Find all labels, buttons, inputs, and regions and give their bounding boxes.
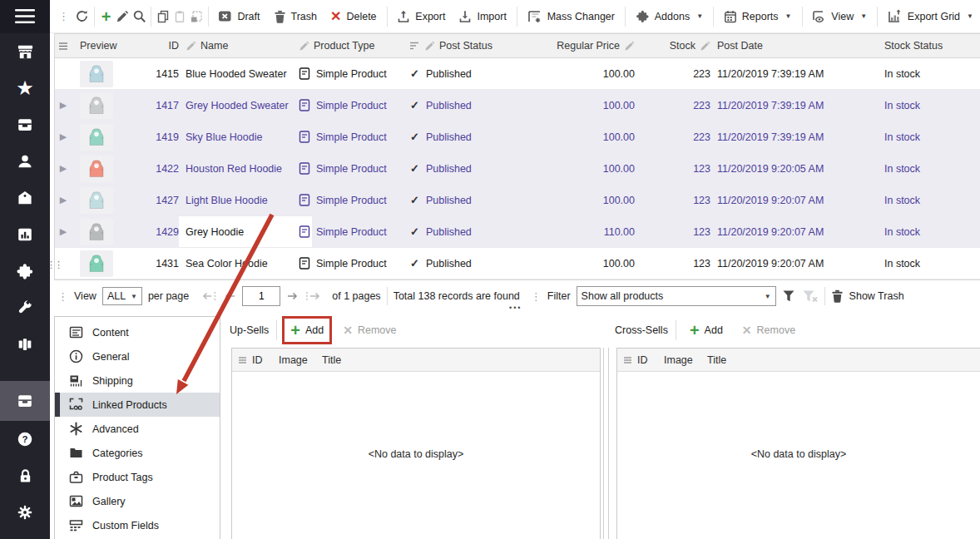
sidebar-item-reports[interactable] xyxy=(0,216,50,253)
product-name[interactable]: Grey Hooded Sweater xyxy=(179,90,292,121)
stock-qty[interactable]: 123 xyxy=(643,248,712,279)
product-row[interactable]: ▶ 1419 Sky Blue Hoodie Simple Product ✓P… xyxy=(55,121,980,153)
stock-qty[interactable]: 123 xyxy=(643,216,712,247)
tab-general[interactable]: General xyxy=(55,344,220,368)
sidebar-item-tools[interactable] xyxy=(0,289,50,326)
regular-price[interactable]: 100.00 xyxy=(517,90,643,121)
column-header-preview[interactable]: Preview xyxy=(72,34,151,57)
stock-qty[interactable]: 223 xyxy=(643,90,712,121)
column-header-stock[interactable]: Stock xyxy=(643,34,712,57)
trash-button[interactable]: Trash xyxy=(267,5,324,28)
row-expander-icon[interactable]: ▶ xyxy=(60,226,67,237)
addons-button[interactable]: Addons▼ xyxy=(629,5,710,28)
upsells-add-button[interactable]: +Add xyxy=(285,319,329,342)
product-row[interactable]: ▶ 1427 Light Blue Hoodie Simple Product … xyxy=(55,185,980,216)
tab-product-tags[interactable]: Product Tags xyxy=(55,465,220,489)
reports-button[interactable]: Reports▼ xyxy=(717,5,799,28)
product-row[interactable]: ▶ 1431 Sea Color Hoodie Simple Product ✓… xyxy=(55,248,980,279)
product-name[interactable]: Sea Color Hoodie xyxy=(179,248,292,279)
refresh-button[interactable] xyxy=(74,6,91,27)
export-grid-button[interactable]: Export Grid▼ xyxy=(881,5,980,28)
regular-price[interactable]: 100.00 xyxy=(517,248,643,279)
sidebar-item-orders[interactable] xyxy=(0,381,50,421)
column-header-title[interactable]: Title xyxy=(707,354,726,366)
column-header-image[interactable]: Image xyxy=(279,354,322,366)
stock-qty[interactable]: 223 xyxy=(643,121,712,152)
add-product-button[interactable]: + xyxy=(98,6,115,27)
column-header-post-status[interactable]: Post Status xyxy=(400,34,517,57)
hamburger-menu-button[interactable] xyxy=(0,0,50,33)
filter-grip[interactable]: ⋮ xyxy=(531,290,542,303)
sidebar-item-customers[interactable] xyxy=(0,143,50,180)
show-trash-button[interactable] xyxy=(831,289,844,303)
regular-price[interactable]: 110.00 xyxy=(517,216,643,247)
import-button[interactable]: Import xyxy=(452,5,512,28)
product-name[interactable]: Light Blue Hoodie xyxy=(179,185,292,215)
product-name[interactable]: Blue Hooded Sweater xyxy=(179,58,292,89)
sidebar-item-license[interactable] xyxy=(0,457,50,494)
pager-grip[interactable]: ⋮ xyxy=(57,290,68,303)
grid-header-menu[interactable] xyxy=(55,34,72,57)
tab-linked-products[interactable]: Linked Products xyxy=(55,393,220,417)
sidebar-item-views[interactable] xyxy=(0,326,50,363)
tab-gallery[interactable]: Gallery xyxy=(55,489,220,513)
draft-button[interactable]: Draft xyxy=(211,5,266,28)
regular-price[interactable]: 100.00 xyxy=(517,153,643,184)
sidebar-item-addons[interactable] xyxy=(0,253,50,289)
product-name[interactable]: Houston Red Hoodie xyxy=(179,153,292,184)
panel-splitter[interactable] xyxy=(603,348,609,539)
regular-price[interactable]: 100.00 xyxy=(517,58,643,89)
stock-qty[interactable]: 223 xyxy=(643,58,712,89)
regular-price[interactable]: 100.00 xyxy=(517,185,643,215)
crosssells-remove-button[interactable]: ✕Remove xyxy=(736,321,801,339)
tab-content[interactable]: Content xyxy=(55,320,220,344)
stock-qty[interactable]: 123 xyxy=(643,185,712,215)
edit-button[interactable] xyxy=(115,6,131,27)
tab-advanced[interactable]: Advanced xyxy=(55,417,220,441)
tab-shipping[interactable]: Shipping xyxy=(55,368,220,393)
tab-custom-fields[interactable]: Custom Fields xyxy=(55,513,220,537)
copy-button[interactable] xyxy=(155,6,171,27)
grid-menu-icon[interactable] xyxy=(232,357,252,363)
stock-qty[interactable]: 123 xyxy=(643,153,712,184)
sidebar-item-help[interactable]: ? xyxy=(0,421,50,457)
column-header-post-date[interactable]: Post Date xyxy=(712,34,858,57)
column-header-name[interactable]: Name xyxy=(179,34,292,57)
sidebar-item-storefront[interactable] xyxy=(0,33,50,70)
grid-menu-icon[interactable] xyxy=(617,357,637,363)
product-name[interactable]: Sky Blue Hoodie xyxy=(179,121,292,152)
splitter-grip[interactable]: ⋮⋮ xyxy=(47,260,62,270)
sidebar-item-settings[interactable] xyxy=(0,494,50,531)
filter-dropdown[interactable]: Show all products▼ xyxy=(577,286,776,306)
toolbar-grip[interactable]: ⋮ xyxy=(58,10,69,22)
crosssells-add-button[interactable]: +Add xyxy=(684,319,729,342)
column-header-image[interactable]: Image xyxy=(664,354,707,366)
page-number-input[interactable] xyxy=(242,286,280,306)
column-header-id[interactable]: ID xyxy=(637,354,664,366)
view-button[interactable]: View▼ xyxy=(805,5,874,28)
last-page-button[interactable] xyxy=(304,291,321,301)
row-expander-icon[interactable]: ▶ xyxy=(60,100,67,111)
clear-filter-button[interactable] xyxy=(802,289,819,303)
page-size-dropdown[interactable]: ALL▼ xyxy=(102,287,142,305)
column-header-stock-status[interactable]: Stock Status xyxy=(858,34,980,57)
row-expander-icon[interactable]: ▶ xyxy=(60,163,67,174)
tab-categories[interactable]: Categories xyxy=(55,441,220,465)
product-row[interactable]: ▶ 1415 Blue Hooded Sweater Simple Produc… xyxy=(55,58,980,90)
product-row[interactable]: ▶ 1422 Houston Red Hoodie Simple Product… xyxy=(55,153,980,185)
paste-special-button[interactable] xyxy=(188,6,205,27)
product-row[interactable]: ▶ 1429 Grey Hoodie Simple Product ✓Publi… xyxy=(55,216,980,248)
collapse-splitter-grip[interactable]: ••• xyxy=(509,304,522,312)
regular-price[interactable]: 100.00 xyxy=(517,121,643,152)
column-header-title[interactable]: Title xyxy=(322,354,341,366)
row-expander-icon[interactable]: ▶ xyxy=(60,195,67,205)
sidebar-item-favorites[interactable]: ★ xyxy=(0,70,50,106)
row-expander-icon[interactable]: ▶ xyxy=(60,131,67,142)
prev-page-button[interactable] xyxy=(224,291,236,301)
column-header-id[interactable]: ID xyxy=(151,34,179,57)
first-page-button[interactable] xyxy=(201,291,218,301)
delete-button[interactable]: ✕Delete xyxy=(324,5,384,28)
upsells-remove-button[interactable]: ✕Remove xyxy=(337,321,402,339)
export-button[interactable]: Export xyxy=(390,5,452,28)
search-button[interactable] xyxy=(131,6,147,27)
